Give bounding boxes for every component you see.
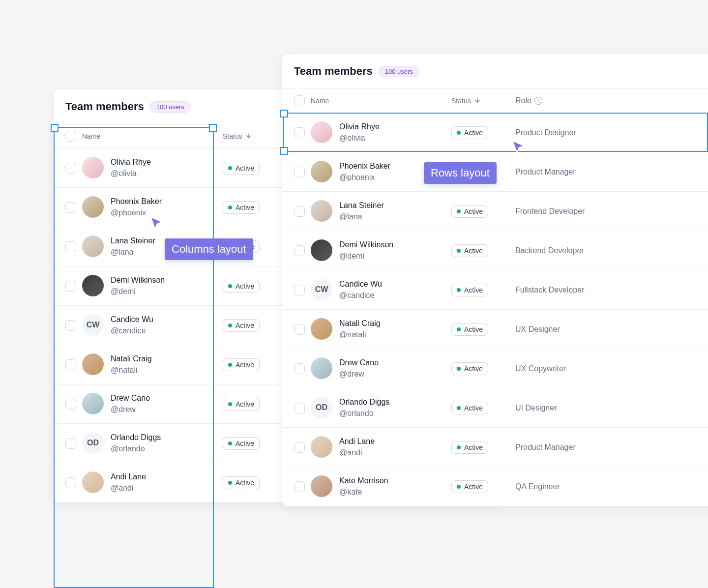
user-handle: @andi [339, 447, 375, 458]
row-checkbox[interactable] [65, 281, 76, 292]
cell-role: UX Designer [515, 325, 614, 334]
cell-status: Active [451, 480, 515, 493]
status-badge: Active [223, 201, 260, 214]
status-badge: Active [223, 398, 260, 411]
row-checkbox[interactable] [65, 359, 76, 370]
user-name: Phoenix Baker [339, 160, 390, 172]
row-checkbox[interactable] [294, 127, 305, 138]
cell-status: Active [451, 205, 515, 218]
column-name[interactable]: Name [311, 97, 451, 105]
status-badge: Active [451, 126, 488, 139]
avatar [82, 235, 104, 257]
cell-name: Drew Cano@drew [311, 357, 451, 380]
row-checkbox[interactable] [294, 206, 305, 217]
column-name-label: Name [82, 132, 100, 140]
name-stack: Candice Wu@candice [339, 278, 382, 301]
cell-name: Demi Wilkinson@demi [82, 274, 223, 297]
help-icon[interactable]: ? [534, 97, 542, 105]
user-handle: @demi [111, 286, 165, 297]
status-label: Active [464, 365, 483, 373]
select-all-checkbox[interactable] [65, 131, 76, 142]
cell-name: Natali Craig@natali [82, 353, 223, 376]
user-handle: @phoenix [339, 172, 390, 183]
user-name: Candice Wu [339, 278, 382, 290]
column-role[interactable]: Role ? [515, 96, 614, 105]
status-dot-icon [228, 441, 232, 445]
table-row[interactable]: Andi Lane@andiActiveProduct Manager [282, 428, 708, 467]
cell-role: UI Designer [515, 404, 614, 412]
row-checkbox[interactable] [65, 241, 76, 252]
row-checkbox-cell [65, 477, 82, 488]
table-row[interactable]: Natali Craig@nataliActiveUX Designer [282, 310, 708, 349]
cell-name: Andi Lane@andi [311, 436, 451, 458]
table-row[interactable]: Olivia Rhye@oliviaActiveProduct Designer [282, 113, 708, 152]
row-checkbox-cell [294, 285, 311, 295]
user-name: Lana Steiner [339, 200, 384, 211]
status-badge: Active [223, 437, 260, 450]
row-checkbox[interactable] [65, 202, 76, 213]
row-checkbox[interactable] [65, 163, 76, 174]
status-dot-icon [457, 406, 461, 410]
row-checkbox[interactable] [294, 245, 305, 256]
status-dot-icon [457, 288, 461, 292]
user-handle: @candice [111, 325, 153, 336]
avatar [82, 275, 104, 296]
row-checkbox[interactable] [294, 363, 305, 374]
cell-name: ODOrlando Diggs@orlando [311, 396, 451, 419]
column-name[interactable]: Name [82, 132, 223, 140]
avatar [82, 157, 104, 178]
column-status[interactable]: Status [451, 97, 515, 105]
row-checkbox[interactable] [65, 477, 76, 488]
user-name: Demi Wilkinson [111, 274, 165, 286]
card-title: Team members [65, 100, 144, 113]
row-checkbox-cell [294, 442, 311, 453]
status-label: Active [464, 286, 483, 294]
table-header: Name Status Role ? [282, 88, 708, 113]
row-checkbox[interactable] [294, 481, 305, 492]
avatar [311, 200, 332, 222]
status-badge: Active [451, 402, 488, 414]
row-checkbox-cell [294, 363, 311, 374]
user-count-badge: 100 users [379, 66, 419, 77]
row-checkbox[interactable] [294, 167, 305, 177]
select-all-checkbox[interactable] [294, 95, 305, 106]
row-checkbox[interactable] [294, 403, 305, 413]
table-row[interactable]: Lana Steiner@lanaActiveFrontend Develope… [282, 192, 708, 231]
status-badge: Active [451, 205, 488, 218]
user-name: Olivia Rhye [339, 121, 380, 133]
user-handle: @lana [339, 211, 384, 222]
row-checkbox[interactable] [294, 285, 305, 295]
user-handle: @orlando [111, 443, 161, 454]
table-row[interactable]: Kate Morrison@kateActiveQA Engineer [282, 467, 708, 506]
cell-name: Olivia Rhye@olivia [311, 121, 451, 144]
status-label: Active [464, 443, 483, 451]
table-row[interactable]: Demi Wilkinson@demiActiveBackend Develop… [282, 231, 708, 270]
table-row[interactable]: CWCandice Wu@candiceActiveFullstack Deve… [282, 270, 708, 310]
user-handle: @candice [339, 290, 382, 301]
cell-role: QA Engineer [515, 482, 614, 491]
user-name: Candice Wu [111, 314, 153, 325]
status-badge: Active [451, 244, 488, 257]
status-dot-icon [228, 206, 232, 209]
table-row[interactable]: ODOrlando Diggs@orlandoActiveUI Designer [282, 388, 708, 428]
status-dot-icon [228, 402, 232, 406]
table-row[interactable]: Drew Cano@drewActiveUX Copywriter [282, 349, 708, 388]
status-label: Active [236, 282, 254, 290]
row-checkbox[interactable] [294, 324, 305, 335]
avatar: OD [82, 432, 104, 454]
cell-status: Active [451, 362, 515, 375]
cell-role: Fullstack Developer [515, 286, 614, 294]
user-name: Phoenix Baker [111, 196, 162, 207]
row-checkbox[interactable] [65, 399, 76, 410]
name-stack: Kate Morrison@kate [339, 475, 388, 498]
name-stack: Lana Steiner@lana [339, 200, 384, 222]
user-handle: @natali [339, 329, 381, 340]
avatar [311, 475, 332, 497]
avatar [311, 239, 332, 261]
user-handle: @natali [111, 365, 152, 376]
row-checkbox[interactable] [65, 320, 76, 331]
cell-name: CWCandice Wu@candice [311, 278, 451, 301]
row-checkbox[interactable] [65, 438, 76, 449]
row-checkbox[interactable] [294, 442, 305, 453]
row-checkbox-cell [294, 403, 311, 413]
